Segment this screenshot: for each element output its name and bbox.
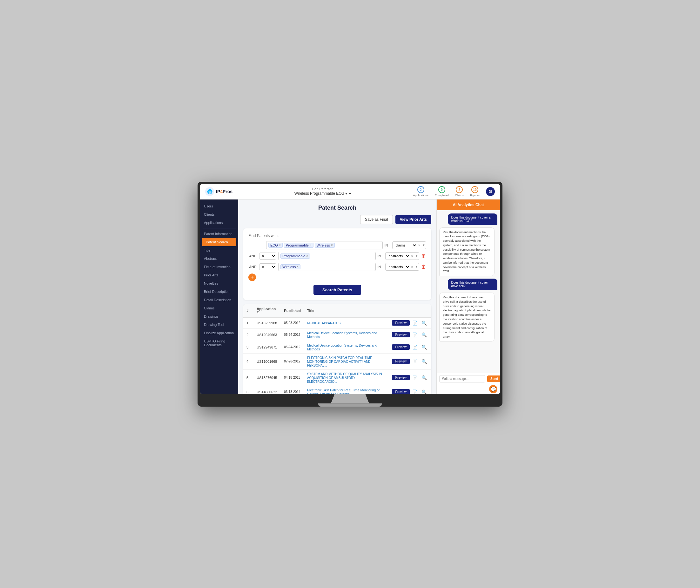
logo-icon: 🌐	[205, 187, 214, 196]
user-name: Ben Peterson	[312, 187, 333, 191]
sidebar-item-detail-description[interactable]: Detail Description	[200, 296, 238, 304]
sidebar: Users Clients Applications Patent Inform…	[200, 199, 238, 394]
pdf-icon-button[interactable]: 📄	[411, 358, 419, 365]
preview-button[interactable]: Preview	[392, 359, 410, 364]
sidebar-item-field-of-invention[interactable]: Field of Invention	[200, 263, 238, 271]
preview-button[interactable]: Preview	[392, 375, 410, 380]
sidebar-item-uspto[interactable]: USPTO Filing Documents	[200, 337, 238, 349]
zoom-icon-button[interactable]: 🔍	[420, 344, 428, 350]
pdf-icon-button[interactable]: 📄	[411, 389, 419, 394]
cell-published: 05-24-2012	[281, 328, 304, 341]
badge-applications-label: Applications	[413, 194, 428, 197]
field-select-3[interactable]: abstracts claims title	[386, 263, 410, 270]
tag-programmable-1-remove[interactable]: ×	[310, 243, 312, 247]
chat-bubble-ai: Yes, the document mentions the use of an…	[439, 227, 495, 276]
chat-messages: Does this document cover a wireless ECG?…	[437, 210, 500, 373]
col-app-num: Application #	[253, 304, 281, 317]
search-patents-button[interactable]: Search Patents	[313, 285, 361, 295]
chat-bubble-user: Does this document cover drive coil?	[448, 279, 497, 290]
project-select[interactable]: Wireless Programmable ECG ▾	[293, 191, 353, 196]
title-link[interactable]: ELECTRONIC SKIN PATCH FOR REAL TIME MONI…	[307, 356, 372, 367]
preview-button[interactable]: Preview	[392, 344, 410, 350]
title-link[interactable]: Medical Device Location Systems, Devices…	[307, 343, 377, 351]
pdf-icon-button[interactable]: 📄	[411, 344, 419, 350]
sidebar-item-abstract[interactable]: Abstract	[200, 254, 238, 263]
preview-button[interactable]: Preview	[392, 320, 410, 326]
title-link[interactable]: SYSTEM AND METHOD OF QUALITY ANALYSIS IN…	[307, 372, 382, 383]
table-row: 2 US12949663 05-24-2012 Medical Device L…	[243, 328, 431, 341]
view-prior-arts-button[interactable]: View Prior Arts	[395, 215, 431, 224]
logo-text: IP4Pros	[216, 189, 232, 194]
header-nav: 2 Applications 0 Completed 2 Claims 10 F…	[413, 186, 495, 197]
header-center: Ben Peterson Wireless Programmable ECG ▾	[293, 187, 353, 196]
field-select-1[interactable]: claims abstracts title	[393, 242, 417, 249]
chat-fab[interactable]: 💬	[489, 385, 497, 393]
delete-row-3-button[interactable]: 🗑	[421, 264, 426, 269]
field-clear-3[interactable]: ×	[410, 264, 414, 270]
title-link[interactable]: Electronic Skin Patch for Real Time Moni…	[307, 388, 380, 394]
tag-input-2[interactable]: Programmable ×	[278, 252, 376, 260]
search-section: Find Patents with: ECG × Programmable × …	[243, 228, 431, 300]
logo: 🌐 IP4Pros	[205, 187, 232, 196]
zoom-icon-button[interactable]: 🔍	[420, 332, 428, 338]
search-btn-wrap: Search Patents	[248, 285, 426, 295]
sidebar-item-claims[interactable]: Claims	[200, 304, 238, 312]
sidebar-item-users[interactable]: Users	[200, 202, 238, 210]
field-chevron-1[interactable]: ▾	[421, 242, 426, 248]
pdf-icon-button[interactable]: 📄	[411, 320, 419, 326]
sidebar-item-patent-search[interactable]: Patent Search	[202, 238, 236, 246]
field-clear-1[interactable]: ×	[417, 242, 421, 248]
field-chevron-2[interactable]: ▾	[414, 253, 419, 259]
cell-app-num: US11001668	[253, 353, 281, 369]
preview-button[interactable]: Preview	[392, 389, 410, 394]
tag-ecg-remove[interactable]: ×	[279, 243, 281, 247]
zoom-icon-button[interactable]: 🔍	[420, 389, 428, 394]
tag-programmable-2-remove[interactable]: ×	[306, 254, 308, 258]
chat-input[interactable]	[439, 375, 485, 382]
cell-actions: Preview 📄 🔍	[389, 369, 431, 386]
pdf-icon-button[interactable]: 📄	[411, 332, 419, 338]
table-row: 5 US13276045 04-18-2013 SYSTEM AND METHO…	[243, 369, 431, 386]
table-row: 6 US14080622 03-13-2014 Electronic Skin …	[243, 386, 431, 394]
sidebar-item-drawings[interactable]: Drawings	[200, 312, 238, 321]
field-select-2[interactable]: abstracts claims title	[386, 253, 410, 260]
logic-select-3[interactable]: × AND OR	[259, 263, 276, 270]
cell-published: 07-26-2012	[281, 353, 304, 369]
content-area: Patent Search Save as Final View Prior A…	[238, 199, 436, 394]
zoom-icon-button[interactable]: 🔍	[420, 320, 428, 326]
delete-row-2-button[interactable]: 🗑	[421, 253, 426, 259]
logic-label-3: AND	[248, 265, 257, 269]
title-link[interactable]: MEDICAL APPARATUS	[307, 321, 340, 325]
tag-wireless-3-remove[interactable]: ×	[297, 265, 299, 268]
sidebar-item-novelties[interactable]: Novelties	[200, 279, 238, 287]
zoom-icon-button[interactable]: 🔍	[420, 358, 428, 365]
tag-input-3[interactable]: Wireless ×	[278, 263, 376, 271]
field-chevron-3[interactable]: ▾	[414, 263, 419, 270]
save-as-final-button[interactable]: Save as Final	[360, 215, 393, 224]
send-button[interactable]: Send	[487, 375, 500, 382]
table-row: 4 US11001668 07-26-2012 ELECTRONIC SKIN …	[243, 353, 431, 369]
nav-badge-figures: 10 Figures	[470, 186, 480, 197]
add-row-button[interactable]: +	[248, 274, 256, 281]
table-row: 3 US12949671 05-24-2012 Medical Device L…	[243, 341, 431, 353]
badge-completed-label: Completed	[435, 194, 449, 197]
sidebar-item-finalize[interactable]: Finalize Application	[200, 329, 238, 337]
tag-input-1[interactable]: ECG × Programmable × Wireless ×	[266, 241, 383, 249]
logic-select-2[interactable]: × AND OR	[259, 253, 276, 260]
cell-title: Electronic Skin Patch for Real Time Moni…	[304, 386, 389, 394]
sidebar-item-brief-description[interactable]: Brief Description	[200, 287, 238, 296]
sidebar-item-drawing-tool[interactable]: Drawing Tool	[200, 321, 238, 329]
sidebar-item-patent-information[interactable]: Patent Information	[200, 230, 238, 238]
sidebar-item-title[interactable]: Title	[200, 246, 238, 254]
sidebar-item-prior-arts[interactable]: Prior Arts	[200, 271, 238, 279]
preview-button[interactable]: Preview	[392, 332, 410, 337]
sidebar-item-clients[interactable]: Clients	[200, 210, 238, 219]
pdf-icon-button[interactable]: 📄	[411, 375, 419, 381]
title-link[interactable]: Medical Device Location Systems, Devices…	[307, 331, 377, 339]
cell-app-num: US13259908	[253, 317, 281, 329]
zoom-icon-button[interactable]: 🔍	[420, 375, 428, 381]
tag-wireless-1-remove[interactable]: ×	[331, 243, 333, 247]
tag-ecg: ECG ×	[268, 243, 283, 248]
sidebar-item-applications[interactable]: Applications	[200, 219, 238, 227]
field-clear-2[interactable]: ×	[410, 253, 414, 259]
